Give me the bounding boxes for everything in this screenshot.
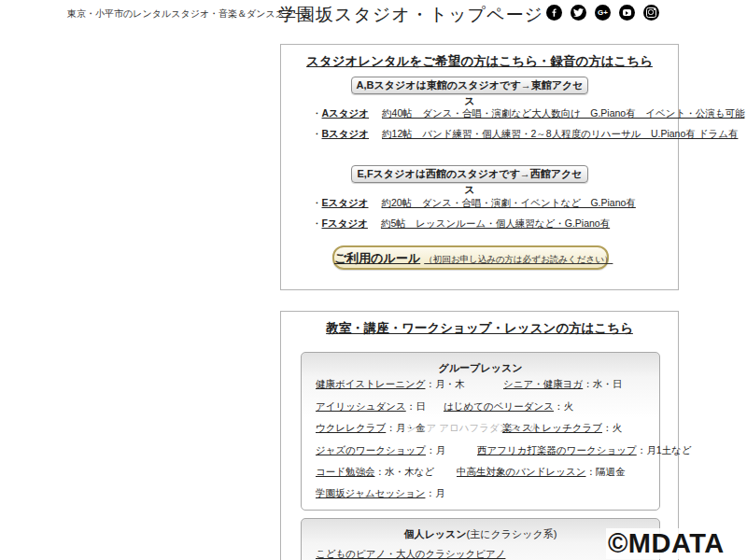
- lesson-irish-dance[interactable]: アイリッシュダンス：日: [316, 400, 426, 413]
- lesson-time: ：隔週金: [585, 466, 625, 477]
- lesson-name: ジャズのワークショップ: [316, 444, 426, 455]
- lesson-jam-session[interactable]: 学園坂ジャムセッション：月: [316, 487, 444, 500]
- studio-rental-section: スタジオレンタルをご希望の方はこちら・録音の方はこちら A,Bスタジオは東館のス…: [280, 44, 679, 290]
- lesson-name: 楽々ストレッチクラブ: [502, 422, 602, 433]
- social-links: G+: [546, 5, 659, 21]
- studio-a-name: Aスタジオ: [322, 107, 370, 119]
- studio-rental-heading[interactable]: スタジオレンタルをご希望の方はこちら・録音の方はこちら: [281, 53, 678, 70]
- lesson-time: ：月: [425, 487, 444, 498]
- youtube-icon[interactable]: [619, 5, 635, 21]
- bullet: ・: [312, 217, 322, 229]
- studio-e-name: Eスタジオ: [322, 197, 369, 208]
- studio-a-desc: 約40帖 ダンス・合唱・演劇など大人数向け G.Piano有 イベント・公演も可…: [382, 107, 744, 119]
- lesson-name: ウクレレクラブ: [316, 422, 386, 433]
- mdata-watermark: ©MDATA: [606, 528, 726, 559]
- lesson-name: 健康ボイストレーニング: [316, 378, 425, 389]
- group-lessons-title: グループレッスン: [302, 361, 659, 375]
- studio-b-link[interactable]: ・Bスタジオ約12帖 バンド練習・個人練習・2～8人程度のリハーサル U.Pia…: [312, 128, 738, 141]
- lesson-time: ：月1土など: [637, 444, 692, 455]
- studio-f-link[interactable]: ・Fスタジオ約5帖 レッスンルーム・個人練習など・G.Piano有: [312, 217, 610, 231]
- lesson-name: コード勉強会: [316, 466, 375, 477]
- lesson-time: ：火: [554, 400, 573, 412]
- facebook-icon[interactable]: [546, 5, 562, 21]
- piano-lessons-link[interactable]: こどものピアノ・大人のクラシックピアノ: [316, 548, 505, 560]
- lesson-stretch-club[interactable]: 楽々ストレッチクラブ：火: [502, 422, 622, 435]
- lesson-senior-yoga[interactable]: シニア・健康ヨガ：水・日: [503, 378, 622, 391]
- lesson-name: 学園坂ジャムセッション: [316, 487, 425, 498]
- lesson-time: ：水・日: [583, 378, 622, 389]
- instagram-icon[interactable]: [643, 5, 659, 21]
- private-lessons-title-bold: 個人レッスン: [404, 528, 467, 539]
- bullet: ・: [312, 197, 322, 208]
- lesson-chord-study[interactable]: コード勉強会：水・木など: [316, 466, 434, 479]
- studio-e-link[interactable]: ・Eスタジオ約20帖 ダンス・合唱・演劇・イベントなど G.Piano有: [312, 197, 636, 210]
- studio-b-name: Bスタジオ: [322, 128, 370, 139]
- lesson-name: はじめてのベリーダンス: [444, 400, 554, 412]
- usage-rules-label: ご利用のルール: [334, 251, 420, 265]
- lesson-time: ：日: [406, 400, 426, 412]
- lesson-voice-training[interactable]: 健康ボイストレーニング：月・木: [316, 378, 464, 391]
- lesson-jazz-workshop[interactable]: ジャズのワークショップ：月: [316, 444, 445, 457]
- studio-f-desc: 約5帖 レッスンルーム・個人練習など・G.Piano有: [381, 217, 610, 229]
- usage-rules-note: （初回お申し込みの方は必ずお読みください）: [424, 254, 613, 264]
- google-plus-icon[interactable]: G+: [595, 5, 611, 21]
- lesson-african-percussion[interactable]: 西アフリカ打楽器のワークショップ：月1土など: [477, 444, 692, 457]
- group-lessons-panel: グループレッスン 健康ボイストレーニング：月・木 シニア・健康ヨガ：水・日 アイ…: [301, 352, 660, 511]
- lessons-section: 教室・講座・ワークショップ・レッスンの方はこちら グループレッスン 健康ボイスト…: [280, 311, 679, 560]
- east-building-access-button[interactable]: A,Bスタジオは東館のスタジオです→東館アクセス: [351, 77, 588, 94]
- bullet: ・: [312, 107, 322, 119]
- lesson-name: シニア・健康ヨガ: [503, 378, 583, 389]
- youtube-play-glyph: [623, 9, 631, 16]
- usage-rules-button[interactable]: ご利用のルール（初回お申し込みの方は必ずお読みください）: [332, 245, 609, 270]
- instagram-glyph: [646, 7, 656, 18]
- twitter-icon[interactable]: [571, 5, 586, 21]
- lesson-band-lesson[interactable]: 中高生対象のバンドレッスン：隔週金: [457, 466, 625, 479]
- lesson-time: ：月・木: [425, 378, 464, 389]
- studio-a-link[interactable]: ・Aスタジオ約40帖 ダンス・合唱・演劇など大人数向け G.Piano有 イベン…: [312, 107, 744, 120]
- lessons-heading[interactable]: 教室・講座・ワークショップ・レッスンの方はこちら: [281, 320, 678, 337]
- lesson-time: ：水・木など: [375, 466, 435, 477]
- lesson-name: アイリッシュダンス: [316, 400, 406, 412]
- studio-e-desc: 約20帖 ダンス・合唱・演劇・イベントなど G.Piano有: [382, 197, 636, 208]
- lesson-time: ：火: [602, 422, 622, 433]
- lesson-name: 西アフリカ打楽器のワークショップ: [477, 444, 637, 455]
- page: 東京・小平市のレンタルスタジオ・音楽＆ダンススクール 学園坂スタジオ・トップペー…: [0, 0, 747, 560]
- google-plus-glyph: G+: [598, 9, 608, 17]
- lesson-time: ：月: [426, 444, 445, 455]
- studio-f-name: Fスタジオ: [322, 217, 368, 229]
- lesson-belly-dance[interactable]: はじめてのベリーダンス：火: [444, 400, 573, 413]
- west-building-access-button[interactable]: E,Fスタジオは西館のスタジオです→西館アクセス: [351, 165, 588, 183]
- bullet: ・: [312, 128, 322, 139]
- private-lessons-title-note: (主にクラシック系): [467, 528, 557, 539]
- studio-b-desc: 約12帖 バンド練習・個人練習・2～8人程度のリハーサル U.Piano有 ドラ…: [382, 128, 738, 139]
- lesson-name: 中高生対象のバンドレッスン: [457, 466, 585, 477]
